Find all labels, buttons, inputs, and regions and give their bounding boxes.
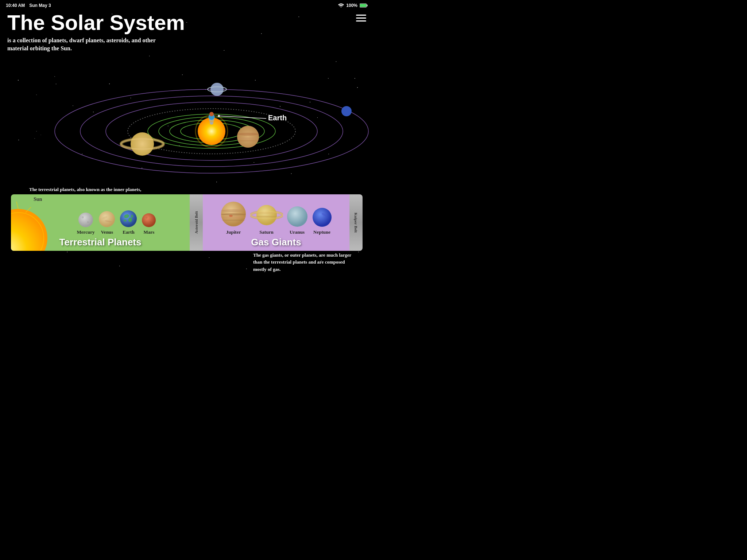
venus-item: Venus	[98, 210, 116, 235]
svg-point-21	[341, 106, 352, 116]
svg-point-34	[237, 126, 259, 148]
svg-point-75	[313, 208, 332, 227]
earth-planet	[119, 210, 138, 228]
asteroid-belt-divider: Asteroid Belt	[190, 194, 203, 251]
svg-point-10	[36, 94, 37, 95]
neptune-label: Neptune	[313, 229, 330, 235]
svg-point-42	[40, 135, 41, 135]
wifi-icon	[338, 3, 344, 8]
svg-point-37	[238, 140, 258, 141]
menu-line-3	[356, 20, 366, 22]
svg-point-64	[221, 213, 246, 215]
svg-point-36	[237, 137, 259, 140]
jupiter-planet	[220, 201, 247, 228]
svg-point-61	[150, 221, 151, 223]
saturn-label: Saturn	[259, 229, 273, 235]
terrestrial-section: Sun Mercury	[11, 194, 190, 251]
menu-line-1	[356, 15, 366, 16]
menu-line-2	[356, 18, 366, 19]
status-icons: 100%	[338, 3, 368, 8]
svg-point-11	[310, 102, 310, 102]
gas-giants-section: Jupiter	[203, 194, 349, 251]
svg-point-49	[82, 216, 84, 218]
saturn-item: Saturn	[250, 201, 283, 235]
svg-line-46	[16, 202, 18, 209]
page-title: The Solar System	[7, 11, 185, 34]
svg-point-3	[18, 80, 19, 81]
sun-illustration	[11, 194, 47, 251]
svg-point-70	[256, 205, 277, 225]
venus-planet	[98, 210, 116, 228]
solar-svg: Earth	[0, 73, 374, 182]
svg-point-48	[78, 213, 93, 227]
battery-percent: 100%	[346, 3, 357, 8]
menu-button[interactable]	[356, 15, 366, 22]
svg-point-50	[87, 221, 89, 223]
uranus-planet	[286, 205, 309, 228]
svg-point-63	[221, 209, 246, 212]
mercury-item: Mercury	[77, 212, 95, 235]
svg-point-72	[256, 216, 277, 217]
neptune-planet	[311, 207, 333, 228]
page-subtitle: is a collection of planets, dwarf planet…	[7, 36, 160, 53]
saturn-planet	[250, 201, 283, 228]
mars-item: Mars	[141, 213, 156, 235]
svg-point-9	[357, 87, 358, 88]
svg-point-12	[73, 105, 73, 106]
svg-point-67	[229, 215, 233, 217]
earth-label: Earth	[123, 229, 135, 235]
svg-point-7	[255, 80, 256, 81]
venus-label: Venus	[101, 229, 113, 235]
battery-icon	[360, 3, 368, 8]
svg-point-33	[209, 112, 214, 116]
svg-point-5	[109, 83, 110, 84]
svg-point-8	[328, 78, 329, 79]
svg-point-74	[287, 206, 307, 227]
planet-strip: Sun Mercury	[11, 194, 363, 251]
svg-point-51	[99, 211, 115, 227]
outer-planets-row: Jupiter	[220, 201, 333, 235]
jupiter-label: Jupiter	[226, 229, 241, 235]
jupiter-item: Jupiter	[220, 201, 247, 235]
terrestrial-label: Terrestrial Planets	[59, 237, 142, 248]
mercury-planet	[78, 212, 94, 228]
mercury-label: Mercury	[77, 229, 95, 235]
kuiper-belt-divider: Kuiper Belt	[349, 194, 363, 251]
svg-point-54	[120, 210, 137, 227]
svg-rect-1	[360, 4, 366, 7]
uranus-label: Uranus	[290, 229, 305, 235]
gas-giants-description: The gas giants, or outer planets, are mu…	[253, 252, 355, 273]
inner-planets-row: Mercury Venus	[73, 210, 160, 235]
svg-point-6	[182, 74, 183, 75]
sun-label: Sun	[34, 197, 42, 202]
status-time: 10:40 AM	[6, 3, 25, 8]
uranus-item: Uranus	[286, 205, 309, 235]
svg-point-58	[131, 215, 133, 218]
svg-point-41	[36, 131, 37, 132]
mars-planet	[141, 213, 156, 228]
svg-point-4	[54, 76, 55, 77]
svg-point-43	[34, 138, 35, 139]
svg-point-66	[222, 219, 245, 221]
svg-point-60	[146, 217, 148, 219]
svg-rect-2	[367, 5, 368, 7]
svg-text:Earth: Earth	[268, 114, 287, 122]
status-bar: 10:40 AM Sun May 3 100%	[0, 0, 374, 11]
neptune-item: Neptune	[311, 207, 333, 235]
svg-point-22	[210, 83, 224, 96]
svg-point-57	[124, 219, 127, 222]
svg-point-39	[131, 132, 154, 156]
mars-label: Mars	[144, 229, 155, 235]
solar-system-diagram: Earth	[0, 73, 374, 182]
svg-point-65	[221, 216, 246, 219]
svg-point-59	[142, 213, 156, 227]
svg-point-35	[237, 133, 259, 136]
header-area: The Solar System is a collection of plan…	[7, 11, 185, 53]
status-date: Sun May 3	[29, 3, 51, 8]
earth-item: Earth	[119, 210, 138, 235]
gas-giants-label: Gas Giants	[251, 237, 301, 248]
